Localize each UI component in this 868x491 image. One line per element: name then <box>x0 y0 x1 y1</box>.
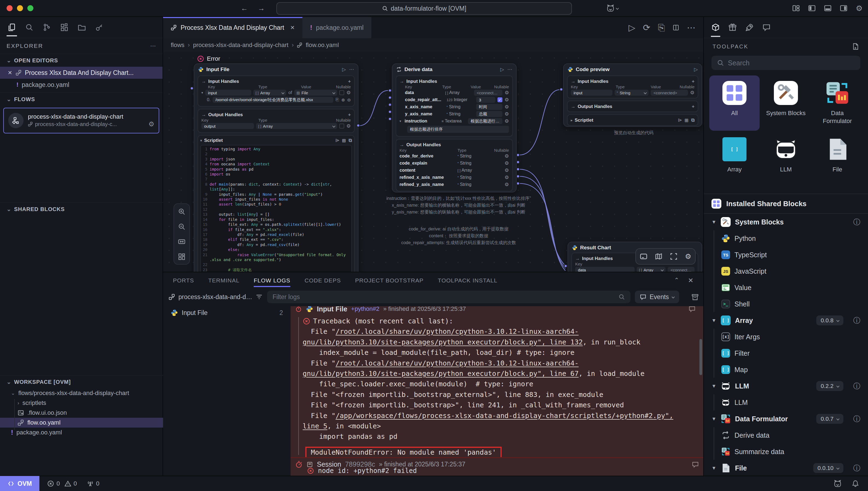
node-menu-icon[interactable]: ⋯ <box>349 66 354 73</box>
clear-logs-icon[interactable] <box>691 293 699 301</box>
panel-tab-ports[interactable]: PORTS <box>173 272 194 289</box>
shared-blocks-section[interactable]: ⌄SHARED BLOCKS <box>0 202 163 215</box>
block-item-llm[interactable]: LLM <box>704 394 868 411</box>
gift-icon[interactable] <box>728 23 737 31</box>
toolpack-category-data-formulator[interactable]: Data Formulator <box>812 76 863 131</box>
handle-gear-icon[interactable]: ⚙ <box>505 104 509 110</box>
handle-gear-icon[interactable]: ⚙ <box>505 97 509 103</box>
zoom-in-icon[interactable] <box>178 208 186 215</box>
nav-back-icon[interactable]: ← <box>241 4 248 12</box>
window-controls[interactable] <box>0 5 33 11</box>
workspace-tree-item[interactable]: flow.oo.yaml <box>0 418 163 428</box>
panel-tab-flow-logs[interactable]: FLOW LOGS <box>254 272 290 289</box>
input-handle-dot[interactable] <box>388 117 392 121</box>
node-code-preview[interactable]: Code preview ▷ →Input Handles+ KeyTypeVa… <box>563 63 702 127</box>
remove-item-icon[interactable]: ⊖ <box>347 97 351 103</box>
open-editors-section[interactable]: ⌄OPEN EDITORS <box>0 54 163 67</box>
key-icon[interactable] <box>95 23 103 31</box>
block-group-file[interactable]: ▼File0.0.10ⓘ <box>704 460 868 476</box>
output-handle-dot[interactable] <box>516 160 520 164</box>
flow-branch-icon[interactable] <box>43 23 51 31</box>
attach-icon[interactable]: ⌲ <box>335 138 339 144</box>
type-select[interactable]: [ ]Array <box>253 90 286 96</box>
derive-output-row[interactable]: refined_x_axis_name“ String⚙ <box>400 174 509 181</box>
block-item-shell[interactable]: >_Shell <box>704 296 868 312</box>
open-external-icon[interactable]: ⧉ <box>691 118 695 123</box>
output-handle-dot[interactable] <box>356 123 360 127</box>
node-input-file[interactable]: Input File ▷⋯ →Input Handles+ KeyTypeVal… <box>194 63 358 272</box>
export-icon[interactable]: ⎘ <box>658 23 665 33</box>
add-handle-icon[interactable]: + <box>692 79 695 84</box>
panel-tab-toolpack-install[interactable]: TOOLPACK INSTALL <box>438 272 497 289</box>
handle-gear-icon[interactable]: ⚙ <box>505 153 509 159</box>
output-handle-dot[interactable] <box>516 167 520 171</box>
search-sidebar-icon[interactable] <box>25 23 33 31</box>
derive-input-row[interactable]: code_repair_att...123 Integer3✓⚙ <box>400 96 509 103</box>
log-scrollbar[interactable] <box>700 339 702 375</box>
log-flow-selector[interactable]: process-xlsx-data-and-display... <box>168 293 263 301</box>
map-view-icon[interactable] <box>655 253 662 260</box>
attach-icon[interactable]: ⌲ <box>678 118 682 123</box>
version-dropdown[interactable]: 0.0.10 <box>813 463 843 473</box>
derive-input-row[interactable]: data[ ] Array<connected>⚙ <box>400 89 509 96</box>
block-group-array[interactable]: ▼[ ]Array0.0.8ⓘ <box>704 312 868 328</box>
info-icon[interactable]: ⓘ <box>853 463 860 473</box>
close-icon[interactable]: ✕ <box>8 69 12 76</box>
filter-logs-input[interactable]: Filter logs <box>267 291 630 303</box>
feedback-chat-icon[interactable] <box>762 23 770 31</box>
input-handle-dot[interactable] <box>388 96 392 99</box>
layout-columns-icon[interactable] <box>792 4 800 12</box>
input-handle-dot[interactable] <box>388 110 392 114</box>
flows-section[interactable]: ⌄FLOWS <box>0 92 163 106</box>
derive-input-row[interactable]: x_axis_name“ String时间⚙ <box>400 103 509 111</box>
info-icon[interactable]: ⓘ <box>853 381 860 391</box>
rerun-flow-icon[interactable]: ⟳ <box>643 22 650 33</box>
info-icon[interactable]: ⓘ <box>853 316 860 325</box>
llm-model-selector[interactable] <box>606 4 619 12</box>
docs-icon[interactable]: ⊞ <box>342 138 346 144</box>
block-item-derive-data[interactable]: Derive data <box>704 427 868 443</box>
workspace-tree-item[interactable]: !package.oo.yaml <box>0 428 163 437</box>
derive-input-row[interactable]: y_axis_name“ String总额⚙ <box>400 111 509 118</box>
forwarded-ports[interactable]: 0 <box>87 480 99 487</box>
notifications-bell-icon[interactable] <box>851 480 859 488</box>
block-item-value[interactable]: Value <box>704 280 868 296</box>
output-handle-dot[interactable] <box>516 181 520 185</box>
node-derive-data[interactable]: Derive data ▷⋯ →Input Handles KeyTypeVal… <box>392 63 517 193</box>
maximize-window-button[interactable] <box>27 5 33 11</box>
derive-output-row[interactable]: refined_y_axis_name“ String⚙ <box>400 181 509 188</box>
close-tab-icon[interactable]: ✕ <box>290 24 295 31</box>
nullable-checkbox[interactable] <box>339 123 344 128</box>
panel-tab-terminal[interactable]: TERMINAL <box>208 272 239 289</box>
tab-process-xlsx[interactable]: Process Xlsx Data And Display Chart ✕ <box>163 17 302 38</box>
breadcrumb[interactable]: flows › process-xlsx-data-and-display-ch… <box>163 38 703 52</box>
open-editor-item[interactable]: ✕Process Xlsx Data And Display Chart... <box>0 67 163 79</box>
breadcrumb-item[interactable]: flow.oo.yaml <box>306 41 339 49</box>
toolpack-category-system-blocks[interactable]: System Blocks <box>761 76 811 131</box>
close-panel-icon[interactable]: ✕ <box>688 277 694 284</box>
handle-gear-icon[interactable]: ⚙ <box>690 90 695 96</box>
workspace-tree-item[interactable]: ›scriptlets <box>0 398 163 408</box>
chat-icon[interactable] <box>688 306 696 313</box>
flow-canvas[interactable]: Error Input File ▷⋯ →Input Handles+ KeyT… <box>163 52 703 272</box>
fit-view-icon[interactable] <box>178 238 186 246</box>
handle-gear-icon[interactable]: ⚙ <box>505 118 509 124</box>
toolpack-category-all[interactable]: All <box>709 76 760 131</box>
toolpack-category-array[interactable]: [ ]Array <box>709 132 760 187</box>
folder-icon[interactable] <box>78 23 86 31</box>
info-icon[interactable]: ⓘ <box>853 414 860 424</box>
handle-gear-icon[interactable]: ⚙ <box>505 181 509 187</box>
type-select[interactable]: [ ]Array <box>637 267 666 272</box>
input-handle-dot[interactable] <box>388 89 392 92</box>
handle-gear-icon[interactable]: ⚙ <box>347 90 351 96</box>
block-item-typescript[interactable]: TSTypeScript <box>704 247 868 263</box>
toolpack-search-input[interactable]: Search <box>711 56 860 70</box>
scriptlet-code[interactable]: 1from typing import Any2 3import json4fr… <box>200 145 352 272</box>
zoom-out-icon[interactable] <box>178 223 186 230</box>
log-node-item[interactable]: Input File 2 <box>163 306 291 319</box>
run-node-icon[interactable]: ▷ <box>694 66 698 73</box>
handle-key-field[interactable]: input <box>571 90 613 96</box>
minimize-window-button[interactable] <box>17 5 23 11</box>
events-filter-dropdown[interactable]: Events <box>635 291 679 303</box>
panel-tab-code-deps[interactable]: CODE DEPS <box>304 272 341 289</box>
